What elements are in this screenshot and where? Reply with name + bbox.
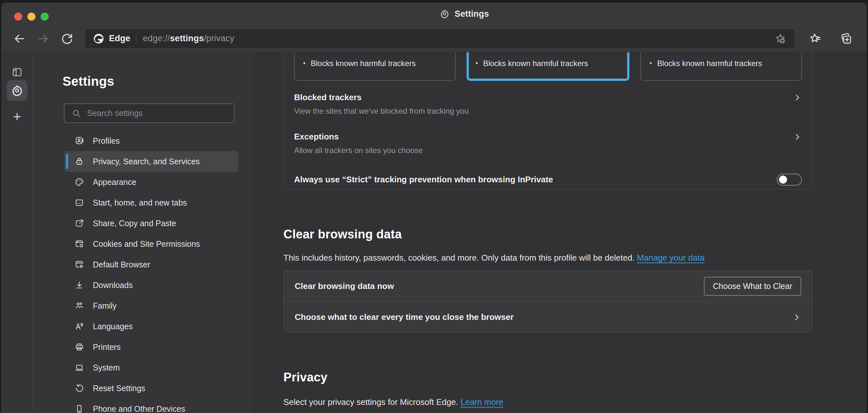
tracking-option-text: Blocks known harmful trackers xyxy=(483,59,588,79)
printer-icon xyxy=(74,342,84,352)
sidebar-item-label: Printers xyxy=(93,342,121,352)
sidebar-item-family[interactable]: Family xyxy=(64,296,238,316)
favorites-button[interactable] xyxy=(805,29,826,49)
url-separator xyxy=(136,34,136,43)
vertical-rail: + xyxy=(1,52,33,413)
chevron-right-icon xyxy=(792,313,801,322)
strict-inprivate-row: Always use “Strict” tracking prevention … xyxy=(294,174,802,185)
bullet-dot: • xyxy=(303,59,306,80)
minimize-window-button[interactable] xyxy=(27,12,35,21)
clear-browsing-data-heading: Clear browsing data xyxy=(283,228,812,241)
sidebar-item-label: Default Browser xyxy=(93,260,150,269)
url-text: edge://settings/privacy xyxy=(143,34,235,43)
close-window-button[interactable] xyxy=(14,12,22,21)
phone-icon xyxy=(74,404,84,413)
exceptions-subtitle: Allow all trackers on sites you choose xyxy=(294,146,802,155)
tracking-option-balanced-selected[interactable]: • Blocks known harmful trackers xyxy=(467,52,630,81)
tracking-option-strict[interactable]: • Blocks known harmful trackers xyxy=(640,52,802,81)
privacy-description: Select your privacy settings for Microso… xyxy=(283,397,812,407)
toggle-knob xyxy=(779,176,787,184)
rail-divider xyxy=(7,104,27,104)
exceptions-title: Exceptions xyxy=(294,132,339,142)
download-icon xyxy=(74,280,84,290)
browser-window: Settings Edge edge://settings/privacy xyxy=(1,3,867,413)
sidebar-item-label: Family xyxy=(93,301,117,311)
chevron-right-icon xyxy=(793,132,802,141)
sidebar-item-label: Reset Settings xyxy=(93,384,146,393)
sidebar-item-start-home-newtabs[interactable]: Start, home, and new tabs xyxy=(64,192,238,213)
sidebar-item-label: Phone and Other Devices xyxy=(93,404,185,413)
sidebar-item-privacy[interactable]: Privacy, Search, and Services xyxy=(64,151,238,172)
sidebar-item-system[interactable]: System xyxy=(64,357,238,378)
privacy-heading: Privacy xyxy=(283,371,812,384)
reset-icon xyxy=(74,383,84,393)
search-box[interactable] xyxy=(64,103,235,123)
zoom-window-button[interactable] xyxy=(41,12,49,21)
forward-icon xyxy=(37,32,50,45)
clear-on-close-label: Choose what to clear every time you clos… xyxy=(295,312,514,322)
site-label: Edge xyxy=(109,34,130,43)
search-input[interactable] xyxy=(87,109,210,118)
reload-button[interactable] xyxy=(57,28,78,49)
blocked-trackers-title: Blocked trackers xyxy=(294,93,362,102)
languages-icon xyxy=(74,321,84,331)
address-bar[interactable]: Edge edge://settings/privacy xyxy=(85,29,795,48)
cookies-icon xyxy=(74,239,84,249)
tab-title: Settings xyxy=(440,3,489,25)
collections-button[interactable] xyxy=(836,29,856,49)
add-favorite-button[interactable] xyxy=(771,30,790,47)
blocked-trackers-row[interactable]: Blocked trackers View the sites that we'… xyxy=(294,93,802,116)
exceptions-row[interactable]: Exceptions Allow all trackers on sites y… xyxy=(294,132,802,155)
manage-your-data-link[interactable]: Manage your data xyxy=(637,253,705,263)
sidebar-item-label: System xyxy=(93,363,120,372)
forward-button[interactable] xyxy=(33,28,54,49)
sidebar-title: Settings xyxy=(63,74,251,89)
back-button[interactable] xyxy=(9,28,30,49)
clear-on-close-row[interactable]: Choose what to clear every time you clos… xyxy=(284,302,812,333)
profiles-icon xyxy=(74,136,84,146)
sidebar-item-downloads[interactable]: Downloads xyxy=(64,275,238,296)
sidebar-item-label: Profiles xyxy=(93,136,120,146)
rail-settings-button[interactable] xyxy=(7,80,27,101)
family-icon xyxy=(74,301,84,311)
settings-content: • Blocks known harmful trackers • Blocks… xyxy=(251,52,867,413)
sidebar-item-label: Cookies and Site Permissions xyxy=(93,239,200,249)
sidebar-item-phone-devices[interactable]: Phone and Other Devices xyxy=(64,399,238,413)
sidebar-nav: Profiles Privacy, Search, and Services xyxy=(33,131,251,413)
choose-what-to-clear-button[interactable]: Choose What to Clear xyxy=(704,277,801,296)
sidebar-item-cookies-permissions[interactable]: Cookies and Site Permissions xyxy=(64,234,238,254)
tracking-prevention-card: • Blocks known harmful trackers • Blocks… xyxy=(283,52,812,190)
clear-browsing-data-description: This includes history, passwords, cookie… xyxy=(283,253,812,263)
favorites-icon xyxy=(809,32,822,45)
sidebar-item-share-copy-paste[interactable]: Share, Copy and Paste xyxy=(64,213,238,234)
back-icon xyxy=(13,32,26,45)
tracking-option-basic[interactable]: • Blocks known harmful trackers xyxy=(294,52,456,81)
sidebar-item-reset-settings[interactable]: Reset Settings xyxy=(64,378,238,399)
sidebar-item-printers[interactable]: Printers xyxy=(64,337,238,357)
sidebar-item-profiles[interactable]: Profiles xyxy=(64,131,238,151)
toolbar: Edge edge://settings/privacy xyxy=(1,25,867,52)
clear-now-label: Clear browsing data now xyxy=(295,281,394,291)
bullet-dot: • xyxy=(649,59,652,80)
sidebar-item-label: Start, home, and new tabs xyxy=(93,198,187,207)
tab-panel-button[interactable] xyxy=(1,66,33,78)
search-icon xyxy=(71,109,81,118)
settings-sidebar: Settings Profiles xyxy=(33,52,251,413)
sidebar-item-appearance[interactable]: Appearance xyxy=(64,172,238,192)
settings-gear-icon xyxy=(11,84,23,97)
sidebar-item-label: Appearance xyxy=(93,177,136,187)
tab-panel-icon xyxy=(11,66,23,78)
active-accent-bar xyxy=(66,154,68,169)
edge-logo xyxy=(93,33,104,44)
learn-more-link[interactable]: Learn more xyxy=(460,397,503,407)
tracking-option-text: Blocks known harmful trackers xyxy=(311,59,415,80)
settings-gear-icon xyxy=(440,9,450,19)
sidebar-item-default-browser[interactable]: Default Browser xyxy=(64,254,238,275)
tracking-option-text: Blocks known harmful trackers xyxy=(657,59,762,80)
sidebar-item-languages[interactable]: Languages xyxy=(64,316,238,337)
new-tab-plus-button[interactable]: + xyxy=(1,109,33,124)
new-tab-page-icon xyxy=(74,198,84,207)
strict-inprivate-toggle[interactable] xyxy=(777,174,802,185)
reload-icon xyxy=(60,32,74,45)
chevron-right-icon xyxy=(793,93,802,102)
